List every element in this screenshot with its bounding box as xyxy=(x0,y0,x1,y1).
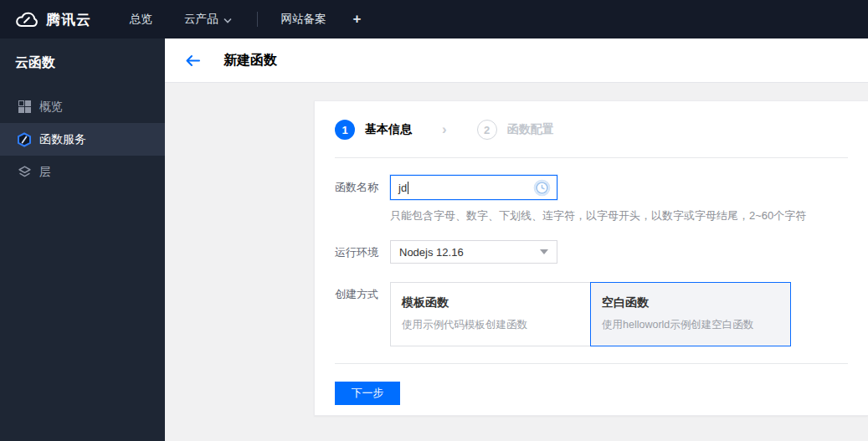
sidebar-item-function-service-label: 函数服务 xyxy=(39,132,86,147)
runtime-label: 运行环境 xyxy=(335,240,390,265)
option-template-function[interactable]: 模板函数 使用示例代码模板创建函数 xyxy=(390,282,591,346)
option-blank-function[interactable]: 空白函数 使用helloworld示例创建空白函数 xyxy=(590,282,791,346)
scf-hexagon-icon xyxy=(17,132,32,147)
runtime-row: 运行环境 Nodejs 12.16 xyxy=(335,240,848,265)
step-1-circle: 1 xyxy=(335,120,355,140)
wizard-steps: 1 基本信息 › 2 函数配置 xyxy=(335,119,848,141)
chevron-down-icon xyxy=(223,18,232,23)
option-blank-desc: 使用helloworld示例创建空白函数 xyxy=(602,318,780,332)
nav-website-icp[interactable]: 网站备案 xyxy=(281,12,326,27)
nav-divider xyxy=(257,12,258,27)
creation-method-row: 创建方式 模板函数 使用示例代码模板创建函数 空白函数 使用helloworld… xyxy=(335,282,848,346)
add-nav-tab-button[interactable]: + xyxy=(353,11,362,28)
sidebar-item-function-service[interactable]: 函数服务 xyxy=(0,123,165,156)
function-name-label: 函数名称 xyxy=(335,175,390,223)
page-title: 新建函数 xyxy=(223,52,277,69)
next-step-button[interactable]: 下一步 xyxy=(335,382,400,405)
nav-cloud-products[interactable]: 云产品 xyxy=(184,12,232,27)
select-caret-icon xyxy=(540,249,548,254)
option-blank-title: 空白函数 xyxy=(602,295,780,310)
sidebar-item-overview[interactable]: 概览 xyxy=(0,90,165,123)
sidebar-item-overview-label: 概览 xyxy=(39,100,63,115)
create-function-card: 1 基本信息 › 2 函数配置 函数名称 xyxy=(314,100,868,416)
creation-method-label: 创建方式 xyxy=(335,282,390,346)
function-name-row: 函数名称 jd 只能包含字母、数字、下 xyxy=(335,175,848,223)
option-template-desc: 使用示例代码模板创建函数 xyxy=(402,318,580,332)
tencent-cloud-brand[interactable]: 腾讯云 xyxy=(13,10,91,29)
sidebar-item-layers-label: 层 xyxy=(39,165,51,180)
creation-method-options: 模板函数 使用示例代码模板创建函数 空白函数 使用helloworld示例创建空… xyxy=(390,282,791,346)
back-arrow-icon xyxy=(185,54,201,67)
footer-divider xyxy=(335,363,848,364)
step-basic-info: 1 基本信息 xyxy=(335,120,412,140)
runtime-selected-value: Nodejs 12.16 xyxy=(399,246,464,259)
steps-divider xyxy=(335,157,848,158)
nav-website-icp-label: 网站备案 xyxy=(281,12,326,27)
back-button[interactable] xyxy=(182,49,203,71)
function-name-field: jd 只能包含字母、数字、下划线、连字符，以字母开头，以数字或字母结尾，2~60… xyxy=(390,175,806,223)
step-separator-icon: › xyxy=(442,121,447,138)
sidebar-item-layers[interactable]: 层 xyxy=(0,156,165,188)
sidebar-product-title: 云函数 xyxy=(0,54,165,72)
main-content: 新建函数 1 基本信息 › 2 函数配置 xyxy=(165,38,868,441)
top-navigation: 总览 云产品 网站备案 + xyxy=(130,11,361,28)
page-body: 1 基本信息 › 2 函数配置 函数名称 xyxy=(165,83,868,441)
brand-name: 腾讯云 xyxy=(46,10,91,29)
topbar: 腾讯云 总览 云产品 网站备案 + xyxy=(0,0,868,38)
overview-grid-icon xyxy=(17,100,32,115)
function-name-value: jd xyxy=(398,182,407,194)
basic-info-form: 函数名称 jd 只能包含字母、数字、下 xyxy=(335,175,848,346)
step-2-label: 函数配置 xyxy=(507,122,554,137)
step-function-config: 2 函数配置 xyxy=(477,120,554,140)
sidebar: 云函数 概览 函数服务 层 xyxy=(0,38,165,441)
step-2-circle: 2 xyxy=(477,120,497,140)
function-name-input[interactable]: jd xyxy=(390,175,557,200)
text-cursor xyxy=(408,182,408,194)
runtime-select[interactable]: Nodejs 12.16 xyxy=(390,240,557,264)
nav-cloud-products-label: 云产品 xyxy=(184,12,218,27)
layers-icon xyxy=(17,165,32,180)
nav-overview-label: 总览 xyxy=(130,12,152,27)
step-1-label: 基本信息 xyxy=(365,122,412,137)
page-header: 新建函数 xyxy=(165,38,868,83)
option-template-title: 模板函数 xyxy=(402,295,580,310)
nav-overview[interactable]: 总览 xyxy=(130,12,152,27)
function-name-help: 只能包含字母、数字、下划线、连字符，以字母开头，以数字或字母结尾，2~60个字符 xyxy=(390,208,806,223)
tencent-cloud-logo-icon xyxy=(13,11,39,28)
validating-clock-icon xyxy=(533,179,551,197)
